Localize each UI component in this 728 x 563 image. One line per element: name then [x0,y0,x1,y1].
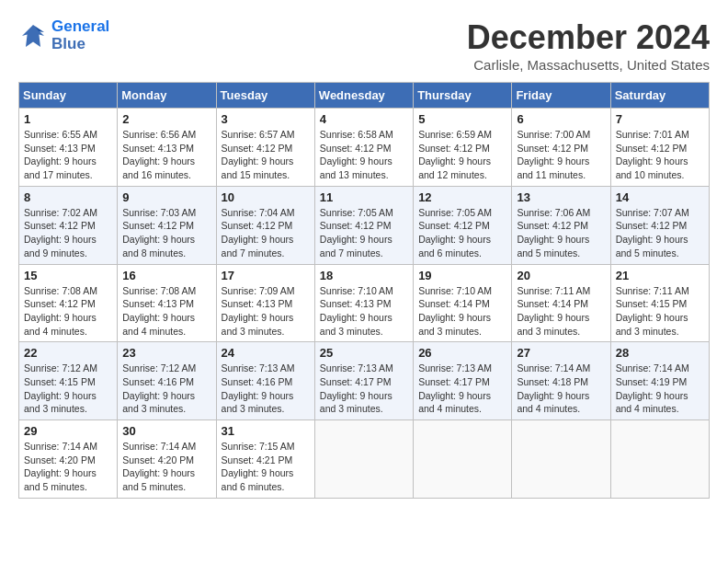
day-info: Sunrise: 7:01 AMSunset: 4:12 PMDaylight:… [616,128,704,182]
day-number: 24 [222,346,310,360]
calendar-cell: 3Sunrise: 6:57 AMSunset: 4:12 PMDaylight… [216,109,314,187]
calendar-cell: 19Sunrise: 7:10 AMSunset: 4:14 PMDayligh… [414,264,512,342]
calendar-cell: 22Sunrise: 7:12 AMSunset: 4:15 PMDayligh… [19,342,118,420]
week-row-5: 29Sunrise: 7:14 AMSunset: 4:20 PMDayligh… [19,420,710,499]
day-number: 5 [418,112,506,126]
day-number: 21 [616,269,704,282]
calendar-cell: 30Sunrise: 7:14 AMSunset: 4:20 PMDayligh… [118,420,216,499]
day-info: Sunrise: 7:14 AMSunset: 4:19 PMDaylight:… [616,362,704,416]
day-info: Sunrise: 7:10 AMSunset: 4:14 PMDaylight:… [418,284,506,339]
calendar-cell: 5Sunrise: 6:59 AMSunset: 4:12 PMDaylight… [414,109,512,187]
calendar-cell: 24Sunrise: 7:13 AMSunset: 4:16 PMDayligh… [216,342,314,420]
day-number: 4 [320,112,408,126]
day-info: Sunrise: 7:04 AMSunset: 4:12 PMDaylight:… [222,206,310,260]
week-row-2: 8Sunrise: 7:02 AMSunset: 4:12 PMDaylight… [19,186,710,264]
day-number: 20 [517,269,605,282]
day-number: 23 [122,346,210,360]
day-number: 15 [24,269,112,282]
day-number: 13 [517,190,605,204]
calendar-cell [314,420,413,499]
day-info: Sunrise: 6:58 AMSunset: 4:12 PMDaylight:… [320,128,408,182]
weekday-header-sunday: Sunday [19,83,118,109]
logo: General Blue [18,18,109,52]
svg-marker-0 [22,25,44,47]
day-number: 17 [222,269,310,282]
day-info: Sunrise: 7:14 AMSunset: 4:18 PMDaylight:… [517,362,605,416]
day-info: Sunrise: 7:05 AMSunset: 4:12 PMDaylight:… [320,206,408,260]
calendar: SundayMondayTuesdayWednesdayThursdayFrid… [18,82,710,499]
week-row-3: 15Sunrise: 7:08 AMSunset: 4:12 PMDayligh… [19,264,710,342]
calendar-cell: 26Sunrise: 7:13 AMSunset: 4:17 PMDayligh… [414,342,512,420]
day-number: 2 [122,112,210,126]
day-info: Sunrise: 6:59 AMSunset: 4:12 PMDaylight:… [418,128,506,182]
calendar-cell: 4Sunrise: 6:58 AMSunset: 4:12 PMDaylight… [314,109,413,187]
day-number: 1 [24,112,112,126]
day-info: Sunrise: 7:12 AMSunset: 4:15 PMDaylight:… [24,362,112,416]
day-info: Sunrise: 7:10 AMSunset: 4:13 PMDaylight:… [320,284,408,339]
calendar-cell: 12Sunrise: 7:05 AMSunset: 4:12 PMDayligh… [414,186,512,264]
calendar-cell: 28Sunrise: 7:14 AMSunset: 4:19 PMDayligh… [610,342,709,420]
calendar-cell: 9Sunrise: 7:03 AMSunset: 4:12 PMDaylight… [118,186,216,264]
day-info: Sunrise: 7:06 AMSunset: 4:12 PMDaylight:… [517,206,605,260]
calendar-cell: 31Sunrise: 7:15 AMSunset: 4:21 PMDayligh… [216,420,314,499]
day-number: 28 [616,346,704,360]
logo-text: General Blue [51,18,109,52]
calendar-cell: 1Sunrise: 6:55 AMSunset: 4:13 PMDaylight… [19,109,118,187]
day-number: 16 [122,269,210,282]
calendar-cell: 14Sunrise: 7:07 AMSunset: 4:12 PMDayligh… [610,186,709,264]
calendar-cell: 7Sunrise: 7:01 AMSunset: 4:12 PMDaylight… [610,109,709,187]
day-number: 7 [616,112,704,126]
day-number: 3 [222,112,310,126]
day-info: Sunrise: 7:14 AMSunset: 4:20 PMDaylight:… [122,440,210,494]
calendar-cell: 2Sunrise: 6:56 AMSunset: 4:13 PMDaylight… [118,109,216,187]
weekday-header-row: SundayMondayTuesdayWednesdayThursdayFrid… [19,83,710,109]
title-area: December 2024 Carlisle, Massachusetts, U… [467,18,710,73]
day-number: 8 [24,190,112,204]
header: General Blue December 2024 Carlisle, Mas… [18,18,710,73]
calendar-cell [512,420,610,499]
day-info: Sunrise: 7:03 AMSunset: 4:12 PMDaylight:… [122,206,210,260]
day-info: Sunrise: 7:14 AMSunset: 4:20 PMDaylight:… [24,440,112,494]
calendar-cell: 20Sunrise: 7:11 AMSunset: 4:14 PMDayligh… [512,264,610,342]
day-info: Sunrise: 7:08 AMSunset: 4:13 PMDaylight:… [122,284,210,339]
calendar-cell: 21Sunrise: 7:11 AMSunset: 4:15 PMDayligh… [610,264,709,342]
calendar-cell: 13Sunrise: 7:06 AMSunset: 4:12 PMDayligh… [512,186,610,264]
day-info: Sunrise: 7:13 AMSunset: 4:16 PMDaylight:… [222,362,310,416]
calendar-cell: 25Sunrise: 7:13 AMSunset: 4:17 PMDayligh… [314,342,413,420]
calendar-cell: 23Sunrise: 7:12 AMSunset: 4:16 PMDayligh… [118,342,216,420]
calendar-cell: 29Sunrise: 7:14 AMSunset: 4:20 PMDayligh… [19,420,118,499]
calendar-cell: 8Sunrise: 7:02 AMSunset: 4:12 PMDaylight… [19,186,118,264]
day-number: 22 [24,346,112,360]
day-number: 12 [418,190,506,204]
day-info: Sunrise: 7:07 AMSunset: 4:12 PMDaylight:… [616,206,704,260]
calendar-cell [414,420,512,499]
calendar-cell: 6Sunrise: 7:00 AMSunset: 4:12 PMDaylight… [512,109,610,187]
day-number: 11 [320,190,408,204]
day-number: 27 [517,346,605,360]
calendar-cell: 18Sunrise: 7:10 AMSunset: 4:13 PMDayligh… [314,264,413,342]
day-info: Sunrise: 7:11 AMSunset: 4:15 PMDaylight:… [616,284,704,339]
day-info: Sunrise: 7:08 AMSunset: 4:12 PMDaylight:… [24,284,112,339]
location: Carlisle, Massachusetts, United States [467,57,710,73]
weekday-header-friday: Friday [512,83,610,109]
weekday-header-thursday: Thursday [414,83,512,109]
day-number: 18 [320,269,408,282]
day-number: 10 [222,190,310,204]
day-number: 14 [616,190,704,204]
week-row-1: 1Sunrise: 6:55 AMSunset: 4:13 PMDaylight… [19,109,710,187]
weekday-header-tuesday: Tuesday [216,83,314,109]
weekday-header-wednesday: Wednesday [314,83,413,109]
day-number: 9 [122,190,210,204]
calendar-cell: 15Sunrise: 7:08 AMSunset: 4:12 PMDayligh… [19,264,118,342]
day-info: Sunrise: 7:13 AMSunset: 4:17 PMDaylight:… [418,362,506,416]
day-info: Sunrise: 7:11 AMSunset: 4:14 PMDaylight:… [517,284,605,339]
weekday-header-monday: Monday [118,83,216,109]
day-info: Sunrise: 7:15 AMSunset: 4:21 PMDaylight:… [222,440,310,494]
calendar-cell: 11Sunrise: 7:05 AMSunset: 4:12 PMDayligh… [314,186,413,264]
day-info: Sunrise: 7:02 AMSunset: 4:12 PMDaylight:… [24,206,112,260]
logo-icon [18,21,48,51]
month-title: December 2024 [467,18,710,57]
week-row-4: 22Sunrise: 7:12 AMSunset: 4:15 PMDayligh… [19,342,710,420]
day-info: Sunrise: 7:12 AMSunset: 4:16 PMDaylight:… [122,362,210,416]
day-info: Sunrise: 7:09 AMSunset: 4:13 PMDaylight:… [222,284,310,339]
